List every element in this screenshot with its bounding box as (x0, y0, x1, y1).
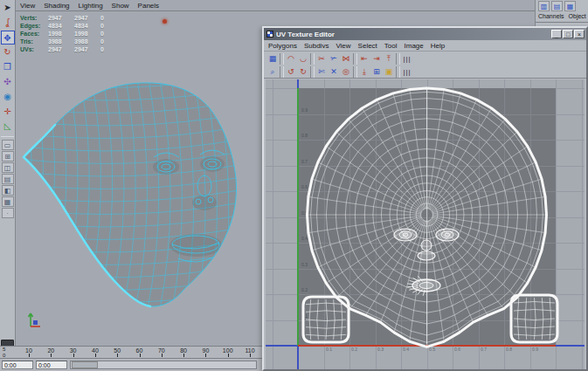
lasso-tool-icon[interactable]: ʆ (1, 16, 15, 30)
frame-tick-label: 50 (114, 347, 121, 354)
close-button[interactable]: × (574, 30, 585, 38)
toolbar-separator (310, 53, 315, 65)
viewport-menu-panels[interactable]: Panels (138, 2, 159, 10)
monkey-head-model[interactable] (16, 10, 264, 342)
toolbar-separator (396, 53, 400, 65)
maximize-button[interactable]: □ (563, 30, 573, 38)
show-layer-editor-icon[interactable]: ▤ (551, 1, 563, 11)
move-tool-icon[interactable]: ✥ (1, 31, 15, 45)
last-tool-icon[interactable]: ◺ (1, 120, 15, 134)
align-top-icon[interactable]: ⤒ (383, 53, 395, 65)
sew-uv-icon[interactable]: ⋈ (340, 53, 352, 65)
uv-view[interactable]: 0.10.20.30.40.50.60.70.80.90.10.20.30.40… (266, 79, 585, 369)
soft-mod-icon[interactable]: ◉ (1, 90, 15, 104)
cut-edges-icon[interactable]: ✄ (315, 66, 328, 78)
uv-menu-subdivs[interactable]: Subdivs (304, 42, 329, 50)
tool-box: ➤ʆ✥↻❒✣◉✛◺▭⊞◫▤◧▦· (0, 0, 16, 371)
rotate-cw-icon[interactable]: ↻ (297, 66, 309, 78)
align-left-icon[interactable]: ⇤ (358, 53, 370, 65)
uv-texture-editor-window: UV Texture Editor _□× PolygonsSubdivsVie… (262, 26, 588, 371)
frame-tick-label: 110 (245, 347, 254, 354)
layout-more-button[interactable]: · (2, 208, 14, 218)
layout-uv-icon[interactable]: ▣ (383, 66, 395, 78)
toolbar-separator (280, 53, 284, 65)
show-channelbox-icon[interactable]: ▥ (538, 1, 550, 11)
minimize-button[interactable]: _ (551, 30, 562, 38)
left-ear-uv-shell[interactable] (303, 297, 349, 342)
channel-box-header: ▥▤▦ ChannelsObject (535, 0, 588, 26)
flip-u-icon[interactable]: ◠ (285, 53, 297, 65)
frame-tick-mark (205, 354, 206, 357)
frame-tick-mark (29, 354, 30, 357)
cut-uv-icon[interactable]: ✂ (315, 53, 328, 65)
toolbar-separator (310, 66, 315, 78)
layout-persp-outliner-icon[interactable]: ◫ (2, 162, 14, 173)
maya-application-window: ➤ʆ✥↻❒✣◉✛◺▭⊞◫▤◧▦· ViewShadingLightingShow… (0, 0, 588, 371)
toolbox-divider (1, 136, 14, 137)
layout-hypershade-icon[interactable]: ◧ (2, 185, 14, 196)
range-start2-field[interactable]: 0:00 (36, 361, 67, 369)
uv-editor-menubar: PolygonsSubdivsViewSelectToolImageHelp (264, 40, 586, 52)
flip-v-icon[interactable]: ◡ (297, 53, 309, 65)
uv-shells[interactable] (266, 79, 585, 369)
align-bottom-icon[interactable]: ⤓ (358, 66, 370, 78)
uv-snapshot-icon[interactable]: ▦ (266, 53, 279, 65)
uv-editor-toolbar: ▦◠◡✂✃⋈⇤⇥⤒||| ⌕↺↻✄✕◎⤓⊞▣||| (264, 52, 586, 79)
frame-tick-label: 100 (223, 347, 233, 354)
split-uv-icon[interactable]: ✃ (328, 53, 340, 65)
range-start-field[interactable]: 0:00 (2, 361, 33, 369)
layout-uv-persp-icon[interactable]: ▦ (2, 196, 14, 207)
frame-tick-label: 10 (25, 347, 32, 354)
viewport-menu-shading[interactable]: Shading (44, 2, 69, 10)
frame-tick-mark (140, 354, 141, 357)
toolbar-separator (353, 66, 357, 78)
channel-box-tab-object[interactable]: Object (569, 13, 586, 22)
viewport-menu-show[interactable]: Show (112, 2, 129, 10)
uv-lattice-icon[interactable]: ⌕ (266, 66, 279, 78)
uv-menu-polygons[interactable]: Polygons (268, 42, 297, 50)
toolbar-slider-handles[interactable]: ||| (401, 53, 413, 65)
delete-uv-icon[interactable]: ✕ (328, 66, 340, 78)
current-frame-label: 5 0 (3, 347, 5, 359)
toolbar-separator (353, 53, 357, 65)
show-manipulator-icon[interactable]: ✛ (1, 105, 15, 119)
merge-uv-icon[interactable]: ◎ (340, 66, 352, 78)
range-slider[interactable] (70, 361, 257, 369)
frame-tick-label: 40 (92, 347, 99, 354)
frame-tick-label: 30 (70, 347, 77, 354)
viewport-menu-lighting[interactable]: Lighting (79, 2, 103, 10)
frame-tick-mark (95, 354, 96, 357)
layout-single-pane-icon[interactable]: ▭ (2, 140, 14, 150)
layout-four-pane-icon[interactable]: ⊞ (2, 151, 14, 161)
uv-menu-select[interactable]: Select (358, 42, 377, 50)
uv-menu-help[interactable]: Help (431, 42, 445, 50)
frame-tick-mark (228, 354, 229, 357)
layout-persp-graph-icon[interactable]: ▤ (2, 174, 14, 184)
range-slider-handle[interactable] (72, 361, 98, 368)
frame-tick-mark (117, 354, 118, 357)
scale-tool-icon[interactable]: ❒ (1, 60, 15, 74)
frame-tick-label: 20 (47, 347, 54, 354)
uv-editor-titlebar[interactable]: UV Texture Editor _□× (264, 28, 586, 40)
toolbar-slider-handles[interactable]: ||| (401, 66, 413, 78)
uv-menu-view[interactable]: View (336, 42, 350, 50)
rotate-tool-icon[interactable]: ↻ (1, 45, 15, 59)
frame-tick-label: 90 (202, 347, 209, 354)
uv-editor-title: UV Texture Editor (276, 31, 549, 38)
toolbar-separator (280, 66, 284, 78)
align-right-icon[interactable]: ⇥ (370, 53, 383, 65)
locator-point (163, 19, 167, 24)
grid-uv-icon[interactable]: ⊞ (370, 66, 383, 78)
channel-box-tab-channels[interactable]: Channels (538, 13, 564, 22)
show-both-icon[interactable]: ▦ (564, 1, 576, 11)
channel-box-icons: ▥▤▦ (536, 0, 588, 11)
viewport-menu-view[interactable]: View (20, 2, 35, 10)
frame-tick-label: 60 (136, 347, 143, 354)
universal-manipulator-icon[interactable]: ✣ (1, 75, 15, 89)
right-ear-uv-shell[interactable] (511, 295, 557, 342)
frame-tick-mark (73, 354, 74, 357)
uv-menu-image[interactable]: Image (405, 42, 424, 50)
uv-menu-tool[interactable]: Tool (384, 42, 398, 50)
rotate-ccw-icon[interactable]: ↺ (285, 66, 297, 78)
select-tool-icon[interactable]: ➤ (1, 1, 15, 15)
